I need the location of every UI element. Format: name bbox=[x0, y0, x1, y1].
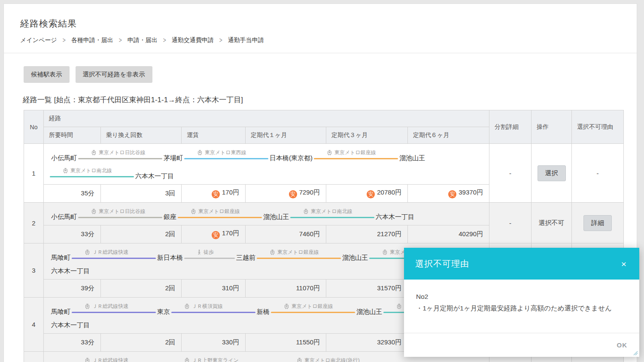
breadcrumb-item[interactable]: 申請・届出 bbox=[128, 37, 158, 44]
fare-cell: 330円 bbox=[182, 334, 246, 352]
route-line-name: ＪＲ横須賀線 bbox=[192, 303, 223, 310]
route-diagram: 馬喰町ＪＲ総武線快速東京ＪＲ上野東京ライン溜池山王東京メトロ南北線(急行)六本木… bbox=[50, 357, 483, 362]
route-line-segment: ＪＲ横須賀線 bbox=[171, 303, 255, 316]
pass-3month-cell: 21270円 bbox=[326, 225, 408, 243]
route-line-name: 東京メトロ銀座線 bbox=[277, 249, 319, 256]
route-line-segment: 東京メトロ銀座線 bbox=[178, 208, 262, 222]
train-icon bbox=[197, 150, 203, 155]
route-line-label: 徒歩 bbox=[184, 249, 235, 258]
header-pass-6month: 定期代６ヶ月 bbox=[408, 127, 489, 144]
route-station: 小伝馬町 bbox=[50, 213, 78, 222]
route-station: 小伝馬町 bbox=[50, 154, 78, 163]
cheapest-badge: 安 bbox=[448, 190, 456, 198]
reason-cell: - bbox=[572, 144, 624, 203]
cheapest-badge: 安 bbox=[289, 190, 297, 198]
no-cell: 2 bbox=[24, 203, 44, 243]
pass-1month-cell: 安7290円 bbox=[246, 185, 326, 203]
route-line-label: 東京メトロ銀座線 bbox=[314, 149, 398, 158]
route-line-name: 東京メトロ南北線 bbox=[70, 167, 112, 174]
train-icon bbox=[85, 249, 90, 255]
resize-handle-icon[interactable] bbox=[633, 350, 638, 356]
train-icon bbox=[270, 249, 275, 255]
route-line-label: 東京メトロ日比谷線 bbox=[78, 149, 162, 158]
breadcrumb-item[interactable]: 通勤手当申請 bbox=[228, 37, 264, 44]
header-no: No bbox=[24, 110, 44, 144]
breadcrumb-item[interactable]: 各種申請・届出 bbox=[71, 37, 113, 44]
route-line-name: ＪＲ総武線快速 bbox=[92, 357, 128, 362]
route-station: 馬喰町 bbox=[50, 307, 72, 316]
route-station: 銀座 bbox=[162, 213, 178, 222]
page-header: 経路検索結果 メインページ>各種申請・届出>申請・届出>通勤交通費申請>通勤手当… bbox=[4, 4, 637, 53]
header-action: 操作 bbox=[532, 110, 572, 144]
route-line-name: ＪＲ総武線快速 bbox=[92, 249, 128, 256]
route-line-bar bbox=[50, 176, 134, 177]
action-cell: 選択不可 bbox=[532, 203, 572, 243]
route-line-segment: 東京メトロ銀座線 bbox=[314, 149, 398, 163]
pass-1month-cell: 11550円 bbox=[246, 334, 326, 352]
route-line-bar bbox=[290, 217, 374, 218]
duration-cell: 33分 bbox=[44, 225, 101, 243]
route-line-segment: ＪＲ上野東京ライン bbox=[171, 357, 255, 362]
fare-cell: 安170円 bbox=[182, 185, 246, 203]
route-diagram: 小伝馬町東京メトロ日比谷線茅場町東京メトロ東西線日本橋(東京都)東京メトロ銀座線… bbox=[50, 149, 483, 181]
toolbar: 候補駅表示 選択不可経路を非表示 bbox=[24, 66, 637, 83]
route-row: 2小伝馬町東京メトロ日比谷線銀座東京メトロ銀座線溜池山王東京メトロ南北線六本木一… bbox=[24, 203, 624, 225]
duration-cell: 35分 bbox=[44, 185, 101, 203]
route-cell: 小伝馬町東京メトロ日比谷線銀座東京メトロ銀座線溜池山王東京メトロ南北線六本木一丁… bbox=[44, 203, 489, 225]
breadcrumb: メインページ>各種申請・届出>申請・届出>通勤交通費申請>通勤手当申請 bbox=[20, 37, 620, 44]
train-icon bbox=[85, 358, 90, 362]
close-icon[interactable]: × bbox=[620, 258, 628, 270]
unselectable-reason-dialog: 選択不可理由 × No2 ・1ヶ月定期が1ヶ月定期最安経路より高額のため選択でき… bbox=[404, 248, 639, 357]
breadcrumb-separator: > bbox=[219, 37, 222, 44]
train-icon bbox=[191, 209, 196, 214]
route-line-label: 東京メトロ東西線 bbox=[184, 149, 268, 158]
route-line-segment: ＪＲ総武線快速 bbox=[72, 357, 156, 362]
duration-cell: 33分 bbox=[44, 334, 101, 352]
train-icon bbox=[284, 304, 289, 309]
dialog-header: 選択不可理由 × bbox=[404, 248, 639, 280]
route-line-bar bbox=[72, 312, 156, 313]
split-detail-cell: - bbox=[489, 203, 532, 243]
train-icon bbox=[297, 358, 302, 362]
unselectable-label: 選択不可 bbox=[539, 219, 565, 226]
walk-icon bbox=[197, 249, 201, 256]
route-line-bar bbox=[78, 217, 162, 218]
transfers-cell: 2回 bbox=[101, 334, 182, 352]
route-line-segment: 東京メトロ日比谷線 bbox=[78, 149, 162, 163]
header-pass-1month: 定期代１ヶ月 bbox=[246, 127, 326, 144]
ok-button[interactable]: OK bbox=[617, 341, 628, 349]
route-line-bar bbox=[184, 258, 235, 259]
route-line-bar bbox=[178, 217, 262, 218]
route-line-name: 東京メトロ東西線 bbox=[205, 149, 246, 156]
header-route: 経路 bbox=[44, 110, 489, 127]
no-cell: 3 bbox=[24, 243, 44, 298]
route-station: 三越前 bbox=[235, 253, 257, 262]
no-cell: 1 bbox=[24, 144, 44, 203]
route-line-label: ＪＲ横須賀線 bbox=[171, 303, 255, 312]
dialog-footer: OK bbox=[404, 333, 639, 357]
candidate-stations-button[interactable]: 候補駅表示 bbox=[24, 66, 70, 83]
route-station: 溜池山王 bbox=[398, 154, 426, 163]
route-line-segment: 東京メトロ南北線 bbox=[50, 167, 134, 181]
breadcrumb-item[interactable]: 通勤交通費申請 bbox=[172, 37, 214, 44]
route-line-label: 東京メトロ南北線 bbox=[290, 208, 374, 217]
route-cell: 小伝馬町東京メトロ日比谷線茅場町東京メトロ東西線日本橋(東京都)東京メトロ銀座線… bbox=[44, 144, 489, 185]
train-icon bbox=[184, 358, 190, 362]
route-line-label: 東京メトロ銀座線 bbox=[178, 208, 262, 217]
select-button[interactable]: 選択 bbox=[538, 165, 566, 181]
route-line-bar bbox=[257, 258, 341, 259]
breadcrumb-item[interactable]: メインページ bbox=[20, 37, 57, 44]
route-station: 日本橋(東京都) bbox=[268, 154, 314, 163]
route-line-name: 東京メトロ日比谷線 bbox=[99, 208, 146, 215]
pass-1month-cell: 7460円 bbox=[246, 225, 326, 243]
train-icon bbox=[382, 249, 388, 255]
route-line-bar bbox=[72, 258, 156, 259]
route-line-name: ＪＲ上野東京ライン bbox=[192, 357, 239, 362]
hide-unselectable-routes-button[interactable]: 選択不可経路を非表示 bbox=[76, 66, 152, 83]
header-pass-3month: 定期代３ヶ月 bbox=[326, 127, 408, 144]
route-line-name: 東京メトロ銀座線 bbox=[334, 149, 376, 156]
no-cell: 4 bbox=[24, 298, 44, 352]
route-line-name: 東京メトロ銀座線 bbox=[292, 303, 333, 310]
detail-button[interactable]: 詳細 bbox=[583, 215, 612, 231]
route-station: 六本木一丁目 bbox=[50, 267, 91, 276]
